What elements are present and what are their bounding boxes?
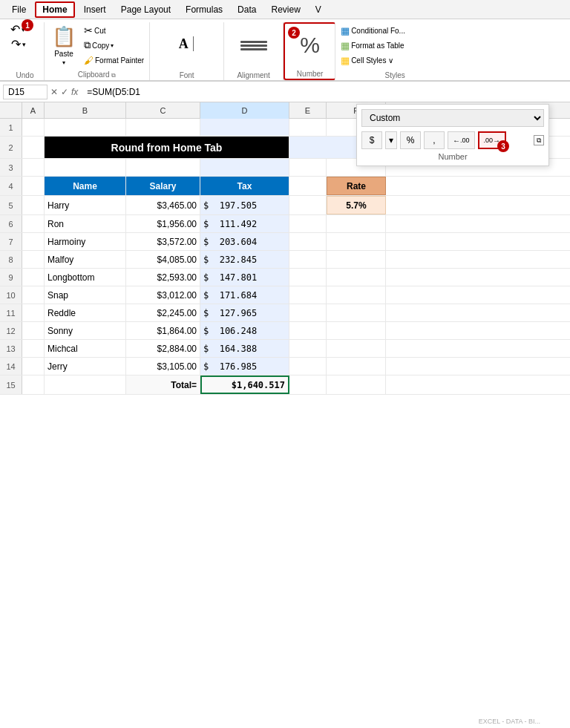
formula-check[interactable]: ✓ (61, 87, 68, 97)
cell-b11[interactable]: Reddle (45, 304, 126, 321)
row-num-5[interactable]: 5 (0, 196, 22, 214)
cell-b3[interactable] (45, 159, 126, 176)
cell-e6[interactable] (289, 215, 327, 232)
row-num-3[interactable]: 3 (0, 159, 22, 176)
row-num-14[interactable]: 14 (0, 358, 22, 375)
cell-d5[interactable]: $ 197.505 (200, 196, 289, 214)
decrease-decimal-button[interactable]: ← .00 (448, 131, 475, 149)
row-num-12[interactable]: 12 (0, 322, 22, 339)
number-expand-icon[interactable]: ⧉ (534, 135, 544, 145)
cell-f11[interactable] (327, 304, 386, 321)
cell-e9[interactable] (289, 269, 327, 286)
row-num-15[interactable]: 15 (0, 376, 22, 394)
row-num-6[interactable]: 6 (0, 215, 22, 232)
cell-a15[interactable] (22, 376, 45, 394)
col-header-b[interactable]: B (45, 102, 126, 119)
cell-d6[interactable]: $ 111.492 (200, 215, 289, 232)
cell-c1[interactable] (126, 119, 200, 136)
dollar-format-button[interactable]: $ (361, 131, 382, 149)
cell-c6[interactable]: $1,956.00 (126, 215, 200, 232)
cell-b6[interactable]: Ron (45, 215, 126, 232)
cell-a4[interactable] (22, 177, 45, 195)
cell-d11[interactable]: $ 127.965 (200, 304, 289, 321)
clipboard-expand[interactable]: ⧉ (111, 72, 116, 79)
cell-d7[interactable]: $ 203.604 (200, 233, 289, 250)
cell-c10[interactable]: $3,012.00 (126, 286, 200, 304)
row-num-8[interactable]: 8 (0, 251, 22, 268)
cell-d12[interactable]: $ 106.248 (200, 322, 289, 339)
cell-d13[interactable]: $ 164.388 (200, 340, 289, 357)
cell-c3[interactable] (126, 159, 200, 176)
formula-fx[interactable]: fx (71, 87, 78, 97)
cell-f6[interactable] (327, 215, 386, 232)
col-header-e[interactable]: E (289, 102, 327, 119)
cell-a7[interactable] (22, 233, 45, 250)
row-num-4[interactable]: 4 (0, 177, 22, 195)
row-num-11[interactable]: 11 (0, 304, 22, 321)
cell-a6[interactable] (22, 215, 45, 232)
cell-a3[interactable] (22, 159, 45, 176)
menu-file[interactable]: File (6, 3, 32, 16)
increase-decimal-button[interactable]: .00 → 3 (478, 131, 507, 149)
cell-b12[interactable]: Sonny (45, 322, 126, 339)
cell-a10[interactable] (22, 286, 45, 304)
cell-d4-tax-header[interactable]: Tax (200, 177, 289, 195)
menu-v[interactable]: V (309, 3, 327, 16)
undo-button[interactable]: ↶ ▾ 1 (9, 22, 27, 36)
format-painter-button[interactable]: 🖌 Format Painter (82, 53, 146, 68)
cell-b10[interactable]: Snap (45, 286, 126, 304)
cell-e14[interactable] (289, 358, 327, 375)
cell-e4[interactable] (289, 177, 327, 195)
cell-b1[interactable] (45, 119, 126, 136)
cell-styles-button[interactable]: ▦ Cell Styles ∨ (338, 53, 396, 68)
cell-b7[interactable]: Harmoiny (45, 233, 126, 250)
cell-d3[interactable] (200, 159, 289, 176)
cell-a1[interactable] (22, 119, 45, 136)
cell-e11[interactable] (289, 304, 327, 321)
paste-button[interactable]: 📋 Paste ▾ (48, 24, 80, 67)
cell-e12[interactable] (289, 322, 327, 339)
cell-c9[interactable]: $2,593.00 (126, 269, 200, 286)
cell-f5-rate-value[interactable]: 5.7% (327, 196, 386, 214)
cell-e8[interactable] (289, 251, 327, 268)
formula-x[interactable]: ✕ (50, 87, 58, 97)
cell-d15-total-value[interactable]: $1,640.517 (200, 376, 289, 394)
percent-format-button[interactable]: % (400, 131, 421, 149)
cell-e15[interactable] (289, 376, 327, 394)
menu-insert[interactable]: Insert (78, 3, 112, 16)
cell-c11[interactable]: $2,245.00 (126, 304, 200, 321)
cell-a14[interactable] (22, 358, 45, 375)
dollar-dropdown-button[interactable]: ▾ (385, 131, 397, 149)
copy-button[interactable]: ⧉ Copy ▾ (82, 39, 146, 53)
cell-b9[interactable]: Longbottom (45, 269, 126, 286)
cell-f4-rate-header[interactable]: Rate (327, 177, 386, 195)
cell-reference[interactable]: D15 (3, 85, 48, 99)
cell-f7[interactable] (327, 233, 386, 250)
cell-f12[interactable] (327, 322, 386, 339)
cell-b8[interactable]: Malfoy (45, 251, 126, 268)
cell-a8[interactable] (22, 251, 45, 268)
cell-a9[interactable] (22, 269, 45, 286)
row-num-1[interactable]: 1 (0, 119, 22, 136)
cell-c8[interactable]: $4,085.00 (126, 251, 200, 268)
cell-e3[interactable] (289, 159, 327, 176)
cell-f14[interactable] (327, 358, 386, 375)
cell-b14[interactable]: Jerry (45, 358, 126, 375)
cell-d8[interactable]: $ 232.845 (200, 251, 289, 268)
comma-format-button[interactable]: , (424, 131, 445, 149)
cell-f8[interactable] (327, 251, 386, 268)
format-dropdown[interactable]: Custom General Number Currency Accountin… (361, 109, 544, 127)
cell-a11[interactable] (22, 304, 45, 321)
col-header-d[interactable]: D (200, 102, 289, 119)
conditional-formatting-button[interactable]: ▦ Conditional Fo... (338, 24, 407, 38)
row-num-13[interactable]: 13 (0, 340, 22, 357)
cell-c7[interactable]: $3,572.00 (126, 233, 200, 250)
menu-data[interactable]: Data (232, 3, 262, 16)
cell-c14[interactable]: $3,105.00 (126, 358, 200, 375)
cell-a5[interactable] (22, 196, 45, 214)
row-num-2[interactable]: 2 (0, 137, 22, 158)
cell-d1[interactable] (200, 119, 289, 136)
cell-e5[interactable] (289, 196, 327, 214)
row-num-10[interactable]: 10 (0, 286, 22, 304)
menu-home[interactable]: Home (35, 1, 74, 18)
